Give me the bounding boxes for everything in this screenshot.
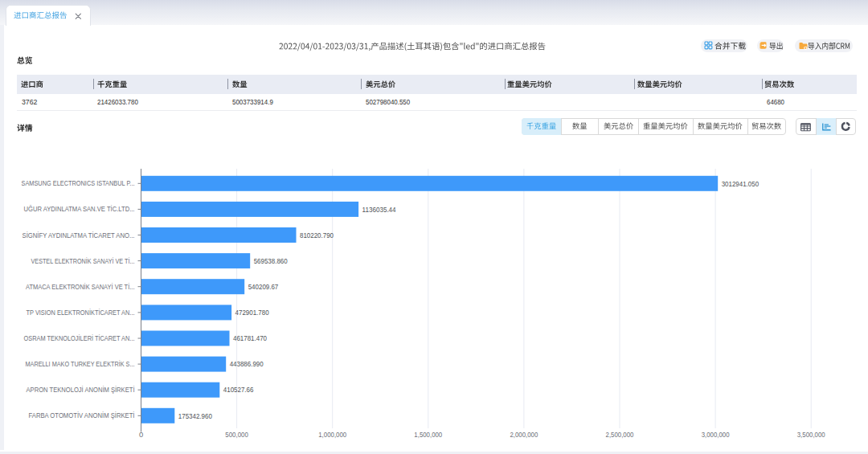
svg-text:TP VISION ELEKTRONİKTİCARET AN: TP VISION ELEKTRONİKTİCARET AN... (27, 308, 135, 317)
svg-text:FARBA OTOMOTİV ANONİM ŞİRKETİ: FARBA OTOMOTİV ANONİM ŞİRKETİ (29, 411, 135, 419)
svg-text:3762: 3762 (22, 97, 38, 106)
svg-text:APRON TEKNOLOJİ ANONİM ŞİRKETİ: APRON TEKNOLOJİ ANONİM ŞİRKETİ (27, 385, 135, 394)
svg-text:5003733914.9: 5003733914.9 (232, 97, 273, 106)
svg-text:3012941.050: 3012941.050 (722, 179, 759, 188)
svg-text:500,000: 500,000 (225, 430, 248, 439)
svg-text:443886.990: 443886.990 (230, 359, 264, 368)
svg-text:3,000,000: 3,000,000 (702, 430, 730, 439)
svg-text:540209.67: 540209.67 (248, 282, 279, 291)
svg-text:SİGNİFY AYDINLATMA TİCARET ANO: SİGNİFY AYDINLATMA TİCARET ANO... (23, 231, 135, 239)
svg-text:UĞUR AYDINLATMA SAN.VE TİC.LTD: UĞUR AYDINLATMA SAN.VE TİC.LTD... (24, 204, 135, 213)
svg-text:810220.790: 810220.790 (300, 231, 334, 239)
svg-text:VESTEL ELEKTRONİK SANAYİ VE Tİ: VESTEL ELEKTRONİK SANAYİ VE Tİ... (31, 256, 135, 265)
svg-text:3,500,000: 3,500,000 (797, 430, 825, 439)
svg-text:ATMACA ELEKTRONİK SANAYİ VE Tİ: ATMACA ELEKTRONİK SANAYİ VE Tİ... (26, 282, 135, 291)
svg-text:0: 0 (139, 430, 143, 439)
svg-text:502798040.550: 502798040.550 (366, 97, 410, 106)
svg-text:2,000,000: 2,000,000 (510, 430, 538, 439)
svg-text:1,000,000: 1,000,000 (318, 430, 346, 439)
svg-text:SAMSUNG ELECTRONICS ISTANBUL P: SAMSUNG ELECTRONICS ISTANBUL P... (22, 178, 135, 187)
svg-text:2,500,000: 2,500,000 (606, 430, 634, 439)
svg-text:21426033.780: 21426033.780 (97, 97, 138, 106)
svg-text:1,500,000: 1,500,000 (414, 430, 442, 439)
svg-text:472901.780: 472901.780 (235, 308, 269, 317)
svg-text:64680: 64680 (767, 97, 784, 106)
svg-text:410527.66: 410527.66 (223, 385, 254, 394)
svg-text:1136035.44: 1136035.44 (362, 205, 396, 214)
svg-text:MARELLI MAKO TURKEY ELEKTRİK S: MARELLI MAKO TURKEY ELEKTRİK S... (26, 359, 135, 368)
svg-text:OSRAM TEKNOLOJİLERİ TİCARET AN: OSRAM TEKNOLOJİLERİ TİCARET AN... (24, 333, 135, 342)
svg-text:175342.960: 175342.960 (178, 411, 212, 420)
svg-text:569538.860: 569538.860 (254, 256, 288, 265)
svg-text:461781.470: 461781.470 (233, 333, 267, 342)
